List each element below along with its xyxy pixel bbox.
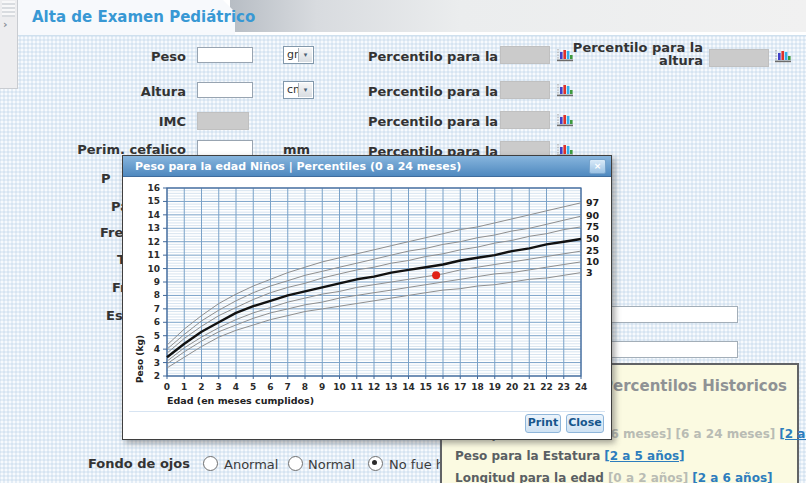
svg-text:5: 5 xyxy=(250,382,256,392)
svg-text:21: 21 xyxy=(523,382,536,392)
peso-unit-select[interactable]: gr ▾ xyxy=(283,46,314,64)
svg-text:19: 19 xyxy=(488,382,501,392)
historicos-range-link[interactable]: [2 a 6 años] xyxy=(692,471,772,483)
svg-text:11: 11 xyxy=(350,382,363,392)
top-header-band: Alta de Examen Pediátrico xyxy=(0,0,806,36)
svg-text:3: 3 xyxy=(586,267,593,278)
svg-text:7: 7 xyxy=(154,304,160,314)
svg-text:2: 2 xyxy=(198,382,204,392)
historicos-row: Peso para la Estatura[2 a 5 años] xyxy=(455,449,689,463)
radio-no-fue-hecho[interactable] xyxy=(368,456,383,471)
svg-text:18: 18 xyxy=(471,382,484,392)
radio-normal[interactable] xyxy=(288,456,303,471)
historicos-range-link[interactable]: [2 a 5 años] xyxy=(604,449,684,463)
svg-text:16: 16 xyxy=(437,382,450,392)
svg-text:16: 16 xyxy=(147,183,160,193)
svg-text:13: 13 xyxy=(385,382,398,392)
growth-chart: 2345678910111213141516012345678910111213… xyxy=(123,176,611,411)
pediatric-exam-screen: Alta de Examen Pediátrico › Peso gr ▾ Al… xyxy=(0,0,806,483)
radio-anormal[interactable] xyxy=(203,456,218,471)
svg-text:8: 8 xyxy=(302,382,308,392)
svg-text:15: 15 xyxy=(419,382,432,392)
svg-text:10: 10 xyxy=(333,382,346,392)
historicos-row: Longitud para la edad[0 a 2 años][2 a 6 … xyxy=(455,471,777,483)
svg-text:10: 10 xyxy=(586,256,600,267)
svg-text:97: 97 xyxy=(586,197,599,208)
svg-text:9: 9 xyxy=(319,382,325,392)
peso-input[interactable] xyxy=(197,47,253,63)
print-button[interactable]: Print xyxy=(525,414,561,433)
bar-chart-icon[interactable] xyxy=(774,48,791,64)
radio-normal-label[interactable]: Normal xyxy=(308,457,355,472)
svg-text:75: 75 xyxy=(586,221,599,232)
svg-text:23: 23 xyxy=(557,382,570,392)
svg-text:11: 11 xyxy=(147,250,160,260)
header-gradient-band xyxy=(230,0,806,32)
peso-label: Peso xyxy=(0,49,186,64)
dialog-close-button[interactable]: Close xyxy=(566,414,604,433)
altura-input[interactable] xyxy=(197,82,253,98)
svg-text:90: 90 xyxy=(586,210,600,221)
percentilo-edad-value-2 xyxy=(500,81,550,99)
svg-text:14: 14 xyxy=(147,210,160,220)
historicos-range-muted: [0 a 2 años] xyxy=(608,471,688,483)
altura-unit-select[interactable]: cm ▾ xyxy=(283,81,314,99)
svg-text:0: 0 xyxy=(164,382,170,392)
historicos-range-link[interactable]: [2 a 6 años] xyxy=(779,427,806,441)
altura-label: Altura xyxy=(0,84,186,99)
chevron-down-icon[interactable]: ▾ xyxy=(298,48,312,62)
radio-anormal-label[interactable]: Anormal xyxy=(224,457,278,472)
grip-texture xyxy=(2,1,15,17)
svg-text:4: 4 xyxy=(233,382,239,392)
svg-text:12: 12 xyxy=(368,382,381,392)
svg-text:3: 3 xyxy=(154,358,160,368)
sidebar-collapsed-strip[interactable]: › xyxy=(0,0,18,89)
y-axis-title: Peso (kg) xyxy=(135,335,145,383)
historicos-range-muted: [6 a 24 meses] xyxy=(676,427,776,441)
fondo-de-ojos-label: Fondo de ojos xyxy=(0,456,190,471)
percentilo-edad-value-1 xyxy=(500,46,550,64)
dialog-title: Peso para la edad Niños | Percentiles (0… xyxy=(123,160,461,173)
historicos-row-label: Longitud para la edad xyxy=(455,471,604,483)
dialog-footer-divider xyxy=(129,411,605,412)
svg-text:22: 22 xyxy=(540,382,553,392)
svg-text:7: 7 xyxy=(285,382,291,392)
percentilos-historicos-title: Percentilos Historicos xyxy=(602,377,787,395)
svg-text:50: 50 xyxy=(586,233,600,244)
percentilo-altura-label-line2: altura xyxy=(659,53,703,68)
svg-text:14: 14 xyxy=(402,382,415,392)
percentilo-edad-value-3 xyxy=(500,111,550,129)
svg-text:20: 20 xyxy=(506,382,519,392)
page-title: Alta de Examen Pediátrico xyxy=(32,8,255,26)
bar-chart-icon[interactable] xyxy=(556,112,573,128)
growth-chart-dialog: Peso para la edad Niños | Percentiles (0… xyxy=(122,155,612,440)
svg-text:10: 10 xyxy=(147,264,160,274)
percentilo-altura-label: Percentilo para la altura xyxy=(560,41,703,67)
svg-text:6: 6 xyxy=(267,382,273,392)
svg-text:9: 9 xyxy=(154,277,160,287)
percentilo-altura-value xyxy=(709,49,769,67)
svg-text:2: 2 xyxy=(154,371,160,381)
svg-text:1: 1 xyxy=(181,382,187,392)
perim-cefalico-input[interactable] xyxy=(197,140,253,156)
svg-text:4: 4 xyxy=(154,344,160,354)
svg-text:17: 17 xyxy=(454,382,467,392)
growth-chart-svg: 2345678910111213141516012345678910111213… xyxy=(123,176,611,411)
close-icon[interactable]: × xyxy=(589,159,606,174)
svg-text:24: 24 xyxy=(575,382,588,392)
svg-text:6: 6 xyxy=(154,317,160,327)
svg-text:15: 15 xyxy=(147,196,160,206)
expand-chevron-icon[interactable]: › xyxy=(3,18,8,31)
imc-readonly-field xyxy=(197,112,249,130)
x-axis-title: Edad (en meses cumplidos) xyxy=(167,395,314,406)
hidden-row-label-fragment: P xyxy=(101,171,111,186)
svg-text:5: 5 xyxy=(154,331,160,341)
chevron-down-icon[interactable]: ▾ xyxy=(298,83,312,97)
svg-text:25: 25 xyxy=(586,245,599,256)
svg-text:12: 12 xyxy=(147,237,160,247)
svg-text:13: 13 xyxy=(147,223,160,233)
historicos-row-label: Peso para la Estatura xyxy=(455,449,600,463)
bar-chart-icon[interactable] xyxy=(556,82,573,98)
dialog-titlebar[interactable]: Peso para la edad Niños | Percentiles (0… xyxy=(123,156,611,177)
peso-unit-value: gr xyxy=(287,48,299,61)
